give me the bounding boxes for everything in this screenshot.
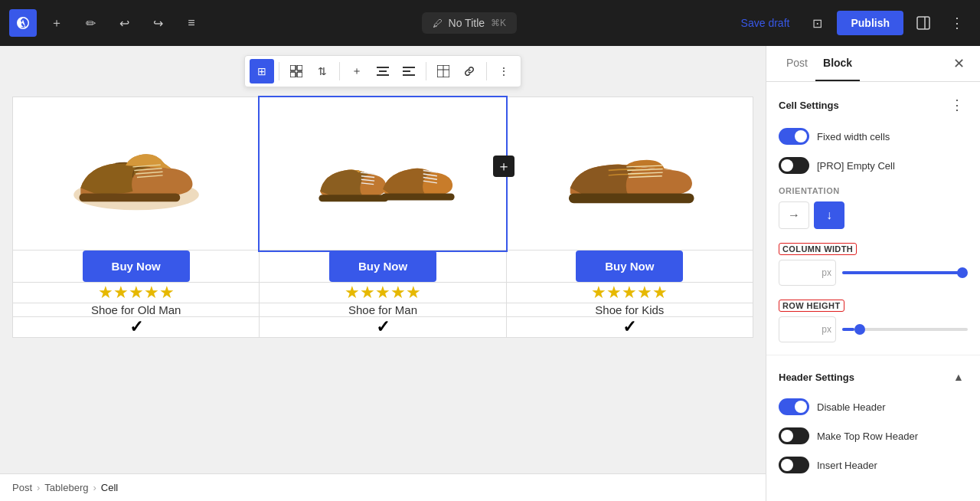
- column-width-input-wrap: px: [779, 260, 836, 286]
- cell-stars-1: ★★★★★: [13, 283, 260, 303]
- column-width-input-row: px: [779, 260, 968, 286]
- buy-now-button-1[interactable]: Buy Now: [83, 250, 190, 282]
- title-shortcut: ⌘K: [491, 18, 506, 28]
- breadcrumb-tableberg[interactable]: Tableberg: [44, 482, 88, 493]
- cell-stars-2: ★★★★★: [260, 283, 506, 303]
- empty-cell-toggle[interactable]: [779, 157, 809, 174]
- empty-cell-row: [PRO] Empty Cell: [766, 151, 980, 180]
- tab-post[interactable]: Post: [779, 46, 815, 81]
- toolbar-align-left-button[interactable]: [397, 59, 421, 84]
- buy-now-button-3[interactable]: Buy Now: [576, 250, 683, 282]
- table-row-checks: ✓ ✓ ✓: [13, 317, 753, 338]
- cell-name-1: Shoe for Old Man: [13, 303, 260, 317]
- cell-image-1[interactable]: [13, 97, 260, 250]
- toolbar-separator-1: [279, 62, 279, 80]
- save-draft-button[interactable]: Save draft: [733, 12, 798, 34]
- svg-rect-7: [379, 70, 387, 72]
- orientation-section: ORIENTATION → ↓: [766, 180, 980, 238]
- breadcrumb: Post › Tableberg › Cell: [0, 473, 766, 501]
- cell-name-2: Shoe for Man: [260, 303, 506, 317]
- disable-header-row: Disable Header: [766, 392, 980, 421]
- row-height-input-wrap: px: [779, 316, 836, 342]
- svg-rect-11: [403, 74, 415, 76]
- svg-rect-10: [403, 70, 410, 72]
- cell-settings-more-button[interactable]: ⋮: [946, 94, 968, 116]
- toolbar-more-button[interactable]: ⋮: [492, 59, 516, 84]
- svg-rect-16: [79, 193, 180, 201]
- view-button[interactable]: ⊡: [803, 9, 831, 37]
- toolbar-grid-button[interactable]: [284, 59, 309, 84]
- orientation-horizontal-button[interactable]: →: [779, 201, 809, 229]
- column-width-label: COLUMN WIDTH: [779, 243, 857, 255]
- breadcrumb-current: Cell: [101, 482, 118, 493]
- page-title: No Title: [449, 17, 485, 29]
- breadcrumb-post[interactable]: Post: [12, 482, 32, 493]
- list-view-button[interactable]: ≡: [178, 9, 205, 37]
- fixed-width-knob: [795, 130, 807, 142]
- publish-button[interactable]: Publish: [837, 11, 903, 35]
- column-width-slider[interactable]: [842, 271, 968, 274]
- toolbar-resize-button[interactable]: ⇅: [310, 59, 335, 84]
- column-width-fill: [842, 271, 962, 274]
- title-area: 🖊 No Title ⌘K: [211, 12, 727, 34]
- row-height-track: [842, 328, 968, 331]
- row-height-section: ROW HEIGHT px: [766, 295, 980, 352]
- undo-button[interactable]: ↩: [110, 9, 138, 37]
- tab-block[interactable]: Block: [815, 46, 860, 81]
- top-row-header-label: Make Top Row Header: [817, 431, 968, 442]
- table-row-images: [13, 97, 753, 250]
- empty-cell-label: [PRO] Empty Cell: [817, 160, 968, 172]
- title-pen-icon: 🖊: [433, 18, 443, 29]
- svg-rect-6: [377, 67, 389, 68]
- sidebar-toggle-button[interactable]: [910, 9, 937, 37]
- cell-image-3[interactable]: [506, 97, 753, 250]
- table-row-buttons: Buy Now Buy Now Buy Now: [13, 250, 753, 283]
- row-height-slider[interactable]: [842, 328, 968, 331]
- toolbar-link-button[interactable]: [457, 59, 482, 84]
- cell-name-3: Shoe for Kids: [506, 303, 753, 317]
- pen-tool-button[interactable]: ✏: [77, 9, 104, 37]
- cell-settings-header: Cell Settings ⋮: [766, 82, 980, 122]
- top-row-header-toggle[interactable]: [779, 427, 809, 444]
- sidebar-close-button[interactable]: ✕: [950, 46, 968, 81]
- svg-rect-31: [569, 193, 694, 203]
- disable-header-knob: [795, 401, 807, 413]
- toolbar-add-button[interactable]: ＋: [345, 59, 369, 84]
- toolbar-separator-4: [486, 62, 487, 80]
- cell-check-2: ✓: [260, 317, 506, 338]
- wp-logo[interactable]: [9, 9, 37, 37]
- cell-check-1: ✓: [13, 317, 260, 338]
- insert-header-toggle[interactable]: [779, 457, 809, 473]
- add-block-button[interactable]: ＋: [43, 9, 70, 37]
- cell-btn-3: Buy Now: [506, 250, 753, 283]
- toolbar-table-button[interactable]: [431, 59, 456, 84]
- title-pill[interactable]: 🖊 No Title ⌘K: [422, 12, 517, 34]
- more-options-button[interactable]: ⋮: [943, 9, 971, 37]
- column-width-track: [842, 271, 968, 274]
- disable-header-label: Disable Header: [817, 401, 968, 413]
- add-column-button[interactable]: ＋: [493, 156, 514, 177]
- toolbar-align-center-button[interactable]: [371, 59, 395, 84]
- disable-header-toggle[interactable]: [779, 398, 809, 415]
- svg-rect-26: [381, 193, 454, 200]
- main-layout: ⊞ ⇅ ＋ ⋮: [0, 46, 980, 501]
- empty-cell-knob: [781, 159, 793, 172]
- table-row-names: Shoe for Old Man Shoe for Man Shoe for K…: [13, 303, 753, 317]
- cell-image-2[interactable]: [260, 97, 506, 250]
- svg-rect-8: [377, 74, 389, 76]
- buy-now-button-2[interactable]: Buy Now: [329, 250, 436, 282]
- fixed-width-toggle[interactable]: [779, 128, 809, 145]
- orientation-vertical-button[interactable]: ↓: [814, 201, 844, 229]
- fixed-width-row: Fixed width cells: [766, 122, 980, 151]
- row-height-fill: [842, 328, 854, 331]
- section-divider: [766, 355, 980, 355]
- header-settings-collapse-button[interactable]: ▲: [949, 368, 968, 386]
- redo-button[interactable]: ↪: [144, 9, 172, 37]
- insert-header-label: Insert Header: [817, 460, 968, 471]
- editor-area: ⊞ ⇅ ＋ ⋮: [0, 46, 766, 501]
- top-bar: ＋ ✏ ↩ ↪ ≡ 🖊 No Title ⌘K Save draft ⊡ Pub…: [0, 0, 980, 46]
- top-row-header-knob: [781, 430, 793, 442]
- fixed-width-label: Fixed width cells: [817, 131, 968, 142]
- svg-rect-9: [403, 67, 415, 68]
- toolbar-select-button[interactable]: ⊞: [250, 59, 274, 84]
